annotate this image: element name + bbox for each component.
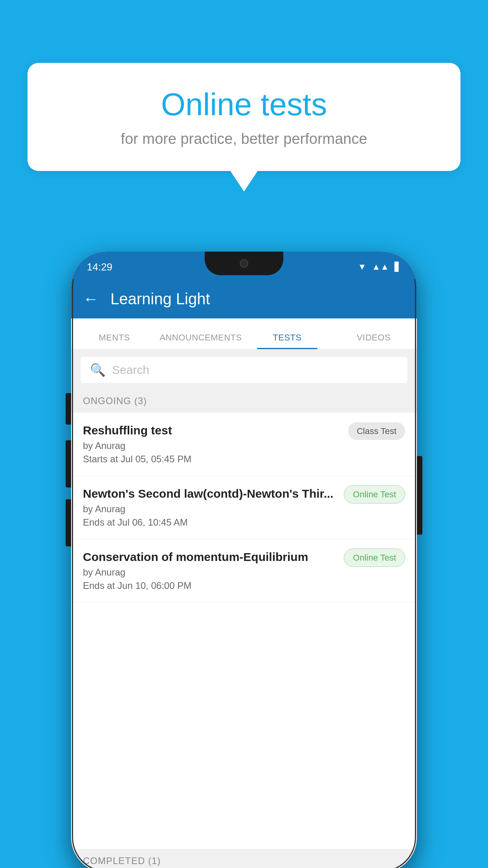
- signal-icon: ▲▲: [372, 262, 389, 272]
- search-placeholder: Search: [112, 363, 149, 377]
- test-item-by: by Anurag: [83, 440, 340, 451]
- front-camera: [240, 259, 248, 268]
- search-bar[interactable]: 🔍 Search: [81, 357, 407, 383]
- test-item-by: by Anurag: [83, 567, 336, 578]
- test-item-name: Conservation of momentum-Equilibrium: [83, 550, 336, 564]
- app-bar-title: Learning Light: [110, 290, 210, 308]
- tab-ments[interactable]: MENTS: [71, 333, 158, 349]
- phone-mockup: 14:29 ▼ ▲▲ ▋ ← Learning Light MENTS ANNO…: [71, 252, 417, 868]
- search-bar-wrapper: 🔍 Search: [71, 350, 417, 390]
- test-item-time: Starts at Jul 05, 05:45 PM: [83, 454, 340, 465]
- test-item-name: Newton's Second law(contd)-Newton's Thir…: [83, 487, 336, 500]
- tabs-bar: MENTS ANNOUNCEMENTS TESTS VIDEOS: [71, 318, 417, 350]
- tab-tests[interactable]: TESTS: [244, 333, 330, 349]
- online-test-badge: Online Test: [344, 548, 405, 567]
- test-item-info: Conservation of momentum-Equilibrium by …: [83, 550, 344, 591]
- test-item-by: by Anurag: [83, 504, 336, 515]
- volume-down-button: [66, 440, 71, 487]
- test-item-badge-wrap: Online Test: [344, 487, 405, 500]
- power-button: [417, 456, 422, 535]
- test-item[interactable]: Reshuffling test by Anurag Starts at Jul…: [71, 413, 417, 476]
- test-list: Reshuffling test by Anurag Starts at Jul…: [71, 413, 417, 868]
- status-icons: ▼ ▲▲ ▋: [358, 262, 401, 272]
- test-item-info: Reshuffling test by Anurag Starts at Jul…: [83, 424, 348, 465]
- wifi-icon: ▼: [358, 262, 367, 272]
- test-item-badge-wrap: Class Test: [348, 424, 405, 436]
- test-item-time: Ends at Jul 06, 10:45 AM: [83, 517, 336, 528]
- bubble-title: Online tests: [47, 86, 441, 123]
- back-button[interactable]: ←: [83, 290, 99, 308]
- speech-bubble: Online tests for more practice, better p…: [28, 63, 460, 171]
- silent-button: [66, 499, 71, 546]
- phone-screen: 14:29 ▼ ▲▲ ▋ ← Learning Light MENTS ANNO…: [71, 252, 417, 868]
- completed-section-header: COMPLETED (1): [71, 849, 417, 868]
- tab-announcements[interactable]: ANNOUNCEMENTS: [158, 333, 244, 349]
- status-time: 14:29: [87, 261, 112, 273]
- phone-notch: [205, 252, 283, 275]
- ongoing-label: ONGOING (3): [83, 395, 147, 406]
- test-item-name: Reshuffling test: [83, 424, 340, 437]
- tab-videos[interactable]: VIDEOS: [330, 333, 417, 349]
- online-test-badge: Online Test: [344, 485, 405, 504]
- completed-label: COMPLETED (1): [83, 855, 161, 866]
- test-item[interactable]: Newton's Second law(contd)-Newton's Thir…: [71, 476, 417, 539]
- ongoing-section-header: ONGOING (3): [71, 389, 417, 413]
- bubble-subtitle: for more practice, better performance: [47, 131, 441, 147]
- test-item-info: Newton's Second law(contd)-Newton's Thir…: [83, 487, 344, 528]
- test-item-badge-wrap: Online Test: [344, 550, 405, 563]
- test-item-time: Ends at Jun 10, 06:00 PM: [83, 580, 336, 591]
- class-test-badge: Class Test: [348, 422, 405, 440]
- phone-frame: 14:29 ▼ ▲▲ ▋ ← Learning Light MENTS ANNO…: [71, 252, 417, 868]
- volume-up-button: [66, 393, 71, 425]
- battery-icon: ▋: [394, 262, 401, 272]
- search-icon: 🔍: [90, 362, 106, 377]
- test-item[interactable]: Conservation of momentum-Equilibrium by …: [71, 539, 417, 603]
- app-bar: ← Learning Light: [71, 279, 417, 318]
